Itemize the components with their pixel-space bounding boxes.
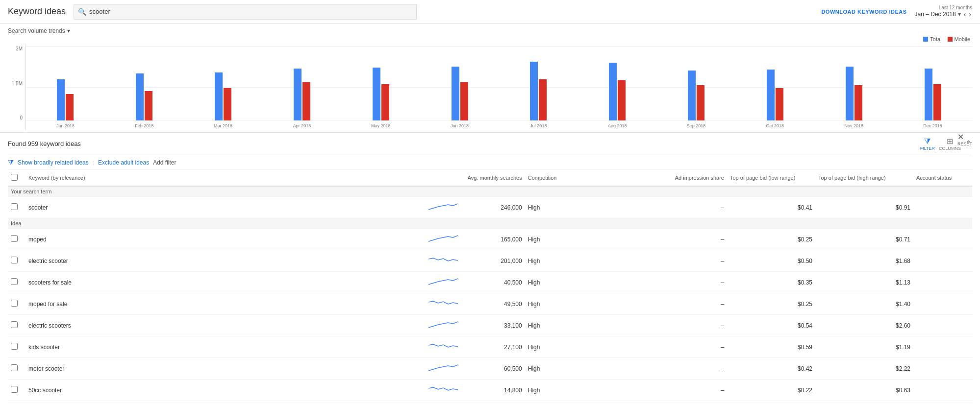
row-keyword: motor scooter bbox=[25, 358, 426, 380]
row-bid-high: $1.40 bbox=[815, 293, 913, 315]
col-header-keyword[interactable]: Keyword (by relevance) bbox=[25, 170, 426, 186]
select-all-checkbox[interactable] bbox=[11, 174, 18, 181]
date-range-label: Last 12 months bbox=[939, 5, 972, 10]
chart-month: Nov 2018 bbox=[814, 44, 893, 120]
row-checkbox-2[interactable] bbox=[11, 278, 18, 285]
date-next-button[interactable]: › bbox=[968, 10, 972, 18]
chart-month-label: Jun 2018 bbox=[451, 123, 469, 128]
row-checkbox-1[interactable] bbox=[11, 257, 18, 263]
row-trend bbox=[426, 272, 465, 293]
row-checkbox-cell bbox=[8, 250, 25, 272]
row-account-status bbox=[913, 272, 972, 293]
row-checkbox-4[interactable] bbox=[11, 321, 18, 328]
chart-month: May 2018 bbox=[341, 44, 420, 120]
date-range: Last 12 months Jan – Dec 2018 ▾ ‹ › bbox=[915, 5, 972, 18]
filter-action[interactable]: ⧩ FILTER bbox=[920, 137, 935, 151]
col-header-bid-low[interactable]: Top of page bid (low range) bbox=[727, 170, 815, 186]
chart-month-label: Sep 2018 bbox=[687, 123, 706, 128]
download-keyword-ideas-button[interactable]: DOWNLOAD KEYWORD IDEAS bbox=[821, 9, 906, 15]
row-avg-searches: 27,100 bbox=[465, 336, 525, 358]
chart-month-label: Jul 2018 bbox=[530, 123, 547, 128]
row-competition: High bbox=[525, 229, 574, 250]
y-label-3m: 3M bbox=[16, 46, 23, 51]
row-bid-high: $1.13 bbox=[815, 272, 913, 293]
col-header-account[interactable]: Account status bbox=[913, 170, 972, 186]
filter-icon: ⧩ bbox=[924, 137, 930, 146]
search-input[interactable] bbox=[89, 8, 412, 15]
row-checkbox[interactable] bbox=[11, 203, 18, 210]
search-box[interactable]: 🔍 bbox=[74, 4, 417, 20]
row-checkbox-7[interactable] bbox=[11, 386, 18, 393]
chart-month: Apr 2018 bbox=[262, 44, 341, 120]
row-bid-low: $0.54 bbox=[727, 315, 815, 336]
col-header-trend bbox=[426, 170, 465, 186]
found-count: Found 959 keyword ideas bbox=[8, 140, 81, 147]
row-keyword: 50cc scooter bbox=[25, 380, 426, 401]
legend-mobile-label: Mobile bbox=[955, 36, 970, 42]
col-header-bid-high[interactable]: Top of page bid (high range) bbox=[815, 170, 913, 186]
table-body: Your search term scooter 246,000 High – … bbox=[8, 186, 972, 404]
chart-month: Sep 2018 bbox=[657, 44, 736, 120]
sparkline-svg bbox=[428, 340, 458, 352]
row-competition: High bbox=[525, 358, 574, 380]
table-section: Found 959 keyword ideas ⧩ FILTER ⊞ COLUM… bbox=[0, 133, 980, 404]
legend-total: Total bbox=[923, 36, 941, 42]
chart-month-label: Dec 2018 bbox=[923, 123, 942, 128]
col-header-competition[interactable]: Competition bbox=[525, 170, 574, 186]
legend-mobile-dot bbox=[948, 37, 953, 42]
table-row: moped 165,000 High – $0.25 $0.71 bbox=[8, 229, 972, 250]
chart-title[interactable]: Search volume trends ▾ bbox=[8, 27, 972, 34]
row-checkbox-cell bbox=[8, 197, 25, 218]
row-competition: High bbox=[525, 380, 574, 401]
table-row: pro scooters 60,500 High – $0.40 $0.85 bbox=[8, 401, 972, 404]
row-competition-bar bbox=[574, 401, 672, 404]
bar-mobile bbox=[618, 80, 626, 120]
row-competition-bar bbox=[574, 358, 672, 380]
row-competition: High bbox=[525, 401, 574, 404]
row-avg-searches: 40,500 bbox=[465, 272, 525, 293]
y-label-1-5m: 1.5M bbox=[12, 81, 23, 86]
row-bid-low: $0.25 bbox=[727, 229, 815, 250]
row-checkbox-3[interactable] bbox=[11, 300, 18, 307]
bar-total bbox=[215, 72, 223, 120]
bar-mobile bbox=[302, 82, 310, 120]
date-range-value: Jan – Dec 2018 ▾ ‹ › bbox=[915, 10, 972, 18]
bar-total bbox=[530, 62, 538, 120]
filter-funnel-icon: ⧩ bbox=[8, 158, 14, 166]
row-competition-bar bbox=[574, 336, 672, 358]
row-checkbox-cell bbox=[8, 358, 25, 380]
row-account-status bbox=[913, 197, 972, 218]
sparkline-svg bbox=[428, 201, 458, 213]
row-avg-searches: 33,100 bbox=[465, 315, 525, 336]
row-bid-high: $2.22 bbox=[815, 358, 913, 380]
row-bid-high: $0.63 bbox=[815, 380, 913, 401]
section-label-ideas: Idea bbox=[8, 218, 972, 229]
col-header-avg[interactable]: Avg. monthly searches bbox=[465, 170, 525, 186]
chart-month-label: Apr 2018 bbox=[293, 123, 311, 128]
row-avg-searches: 165,000 bbox=[465, 229, 525, 250]
row-keyword: scooter bbox=[25, 197, 426, 218]
row-checkbox-0[interactable] bbox=[11, 235, 18, 242]
row-competition-bar bbox=[574, 250, 672, 272]
chart-month-label: Oct 2018 bbox=[766, 123, 784, 128]
row-checkbox-5[interactable] bbox=[11, 343, 18, 350]
chart-month: Jun 2018 bbox=[420, 44, 499, 120]
row-ad-impression: – bbox=[672, 197, 727, 218]
chart-section: Search volume trends ▾ Total Mobile 3M 1… bbox=[0, 24, 980, 132]
row-avg-searches: 60,500 bbox=[465, 401, 525, 404]
bar-mobile bbox=[933, 84, 941, 120]
exclude-adult-link[interactable]: Exclude adult ideas bbox=[98, 159, 149, 166]
bar-mobile bbox=[66, 94, 74, 120]
close-button[interactable]: ✕ bbox=[957, 132, 964, 142]
col-header-ad-impression[interactable]: Ad impression share bbox=[672, 170, 727, 186]
add-filter-button[interactable]: Add filter bbox=[153, 159, 176, 166]
row-checkbox-cell bbox=[8, 336, 25, 358]
dropdown-icon[interactable]: ▾ bbox=[958, 11, 961, 18]
bar-total bbox=[846, 67, 854, 120]
date-prev-button[interactable]: ‹ bbox=[963, 10, 967, 18]
chart-month: Mar 2018 bbox=[184, 44, 263, 120]
bar-mobile bbox=[224, 88, 231, 120]
row-checkbox-6[interactable] bbox=[11, 364, 18, 371]
chart-month-bars: Jan 2018Feb 2018Mar 2018Apr 2018May 2018… bbox=[26, 44, 972, 130]
show-broadly-link[interactable]: Show broadly related ideas bbox=[18, 159, 89, 166]
